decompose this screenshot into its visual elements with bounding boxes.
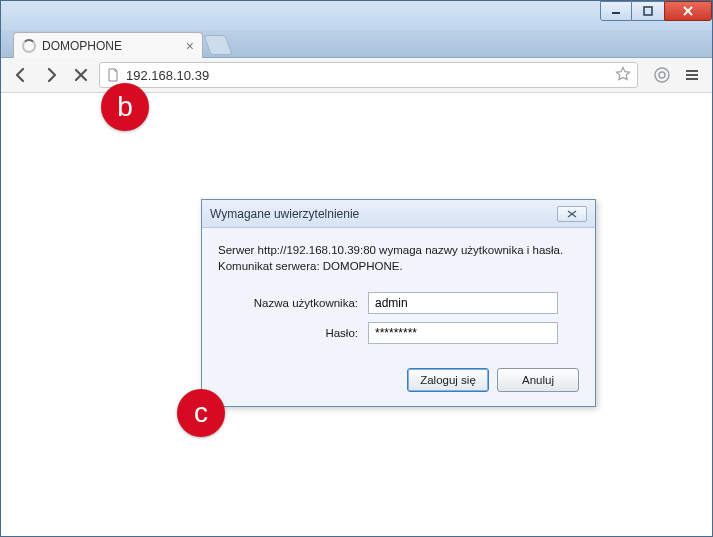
window-minimize-button[interactable] [600, 1, 632, 21]
password-input[interactable] [368, 322, 558, 344]
menu-button[interactable] [680, 63, 704, 87]
tab-title: DOMOPHONE [42, 39, 186, 53]
address-bar[interactable]: 192.168.10.39 [99, 62, 638, 88]
username-row: Nazwa użytkownika: [218, 292, 579, 314]
annotation-badge-b: b [101, 83, 149, 131]
dialog-message: Serwer http://192.168.10.39:80 wymaga na… [218, 242, 579, 274]
back-button[interactable] [9, 63, 33, 87]
dialog-close-button[interactable] [557, 206, 587, 222]
tab-close-button[interactable]: × [186, 38, 194, 54]
stop-reload-button[interactable] [69, 63, 93, 87]
auth-dialog: Wymagane uwierzytelnienie Serwer http://… [201, 199, 596, 407]
tab-strip: DOMOPHONE × [1, 30, 712, 58]
dialog-button-row: Zaloguj się Anuluj [202, 358, 595, 406]
url-text: 192.168.10.39 [126, 68, 209, 83]
loading-spinner-icon [22, 39, 36, 53]
browser-toolbar: 192.168.10.39 [1, 58, 712, 93]
username-input[interactable] [368, 292, 558, 314]
password-label: Hasło: [218, 327, 368, 339]
extension-icon[interactable] [650, 63, 674, 87]
browser-window: DOMOPHONE × 192.168.10.39 [0, 0, 713, 537]
username-label: Nazwa użytkownika: [218, 297, 368, 309]
new-tab-button[interactable] [203, 35, 232, 55]
browser-tab[interactable]: DOMOPHONE × [13, 32, 203, 58]
svg-point-7 [659, 72, 665, 78]
password-row: Hasło: [218, 322, 579, 344]
login-button[interactable]: Zaloguj się [407, 368, 489, 392]
window-close-button[interactable] [664, 1, 712, 21]
svg-point-6 [655, 68, 669, 82]
window-maximize-button[interactable] [632, 1, 664, 21]
forward-button[interactable] [39, 63, 63, 87]
page-icon [106, 68, 120, 82]
toolbar-right-icons [650, 63, 704, 87]
bookmark-star-icon[interactable] [615, 66, 631, 85]
window-titlebar [1, 1, 712, 30]
cancel-button[interactable]: Anuluj [497, 368, 579, 392]
svg-rect-1 [644, 7, 652, 15]
dialog-title: Wymagane uwierzytelnienie [210, 207, 359, 221]
annotation-badge-c: c [177, 389, 225, 437]
dialog-body: Serwer http://192.168.10.39:80 wymaga na… [202, 228, 595, 358]
dialog-titlebar: Wymagane uwierzytelnienie [202, 200, 595, 228]
